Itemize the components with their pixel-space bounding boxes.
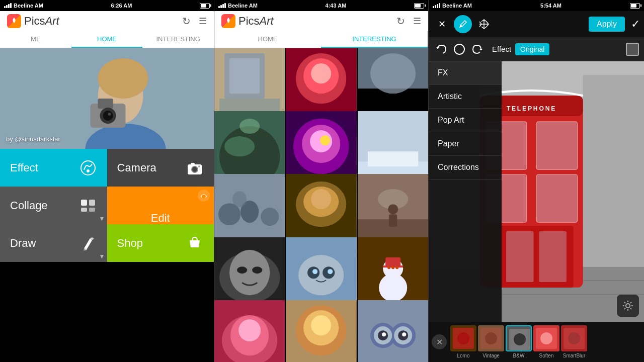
svg-rect-109 [536,174,578,222]
menu-item-edit[interactable]: Edit [107,187,214,224]
svg-rect-19 [89,208,95,212]
photo-cell-4[interactable] [214,111,285,182]
svg-point-77 [387,266,390,269]
photo-cell-9[interactable] [358,174,428,244]
time-label-3: 5:54 AM [540,3,561,9]
tab-interesting-2[interactable]: INTERESTING [321,31,428,48]
menu-item-shop[interactable]: Shop [107,224,214,262]
photo-cell-11[interactable] [286,237,356,308]
status-bar-1: Beeline AM 6:26 AM [0,0,214,11]
filter-thumb-vintage [478,325,504,351]
effect-icon [79,159,97,177]
close-button[interactable]: ✕ [433,15,451,33]
photo-cell-2[interactable] [286,48,356,119]
svg-point-51 [232,191,247,207]
tab-me[interactable]: ME [0,31,71,48]
lomo-preview [450,325,476,351]
picsart-logo: PicsArt [7,14,59,28]
svg-rect-14 [191,163,195,165]
svg-point-63 [229,250,270,295]
filter-bw[interactable]: B&W [506,325,532,358]
status-bar-3: Beeline AM 5:54 AM [429,0,644,11]
svg-rect-112 [539,231,567,282]
undo-button[interactable] [434,41,450,57]
photo-cell-8[interactable] [286,174,356,244]
filter-vintage[interactable]: Vintage [478,325,504,358]
carrier-label-2: Beeline AM [228,3,258,9]
svg-point-22 [192,247,194,249]
filter-smartblur[interactable]: SmartBlur [561,325,587,358]
brush-dot-button[interactable] [454,44,465,55]
picsart-logo-2: PicsArt [221,14,274,28]
confirm-button[interactable]: ✓ [631,18,640,31]
photo-cell-5[interactable] [286,111,356,182]
undo-icon [436,43,448,55]
svg-point-43 [320,135,330,145]
menu-icon-2[interactable]: ☰ [413,16,421,27]
svg-point-21 [202,195,206,199]
pencil-icon [458,20,467,29]
fx-menu-item-artistic[interactable]: Artistic [429,85,502,109]
apply-button[interactable]: Apply [589,17,625,32]
refresh-icon-2[interactable]: ↻ [396,15,405,27]
tab-interesting[interactable]: INTERESTING [142,31,214,48]
menu-icon[interactable]: ☰ [199,16,207,27]
photo-cell-15[interactable] [358,300,428,362]
refresh-icon[interactable]: ↻ [182,15,191,27]
move-button[interactable] [475,15,493,33]
menu-item-camera[interactable]: Camera [107,149,214,187]
fx-menu-item-paper[interactable]: Paper [429,132,502,156]
photo-cell-6[interactable] [358,111,428,182]
fx-menu-item-corrections[interactable]: Corrections [429,156,502,179]
svg-point-64 [237,266,247,274]
app-header-2: PicsArt ↻ ☰ [214,11,428,31]
status-time-3: 5:54 AM [540,3,561,9]
camera-icon [186,159,204,177]
draw-label: Draw [10,237,36,250]
vintage-preview [478,325,504,351]
pencil-tool-button[interactable] [454,15,472,33]
menu-item-effect[interactable]: Effect [0,149,107,187]
photo-cell-1[interactable] [214,48,285,119]
photo-canvas: TELEPHONE FX [429,61,644,322]
svg-point-37 [224,136,255,156]
rotate-button[interactable] [469,41,485,57]
smartblur-preview [561,325,587,351]
status-time-1: 6:26 AM [111,3,132,9]
collage-svg-icon [79,197,97,215]
original-button[interactable]: Original [515,43,549,55]
time-label-2: 4:43 AM [326,3,347,9]
tab-home[interactable]: HOME [71,31,143,48]
svg-point-50 [261,208,279,226]
svg-point-78 [391,266,394,269]
tab-home-2[interactable]: HOME [214,31,321,48]
filter-thumb-lomo [450,325,476,351]
photo-cell-12[interactable] [358,237,428,308]
color-swatch[interactable] [626,43,639,56]
photo-cell-3[interactable] [358,48,428,119]
svg-point-65 [252,266,262,274]
camera-label: Camera [117,161,156,174]
menu-item-draw[interactable]: Draw ▼ [0,224,107,262]
photo-cell-13[interactable] [214,300,285,362]
menu-item-collage[interactable]: Collage ▼ [0,187,107,224]
settings-gear-button[interactable] [617,295,639,317]
filter-soften[interactable]: Soften [533,325,559,358]
svg-point-71 [328,269,333,274]
filter-lomo[interactable]: Lomo [450,325,476,358]
hero-illustration [0,48,214,149]
svg-point-70 [312,269,317,274]
photo-cell-14[interactable] [286,300,356,362]
close-filter-button[interactable]: ✕ [432,334,447,349]
svg-point-23 [196,247,198,249]
svg-point-3 [98,58,148,99]
photo-cell-10[interactable] [214,237,285,308]
svg-rect-26 [229,58,260,94]
svg-point-38 [239,119,260,134]
collage-icon [79,197,97,215]
svg-point-125 [540,332,552,344]
status-icons-1 [200,3,210,9]
fx-menu-item-pop-art[interactable]: Pop Art [429,109,502,132]
fx-menu-item-fx[interactable]: FX [429,61,502,85]
photo-cell-7[interactable] [214,174,285,244]
